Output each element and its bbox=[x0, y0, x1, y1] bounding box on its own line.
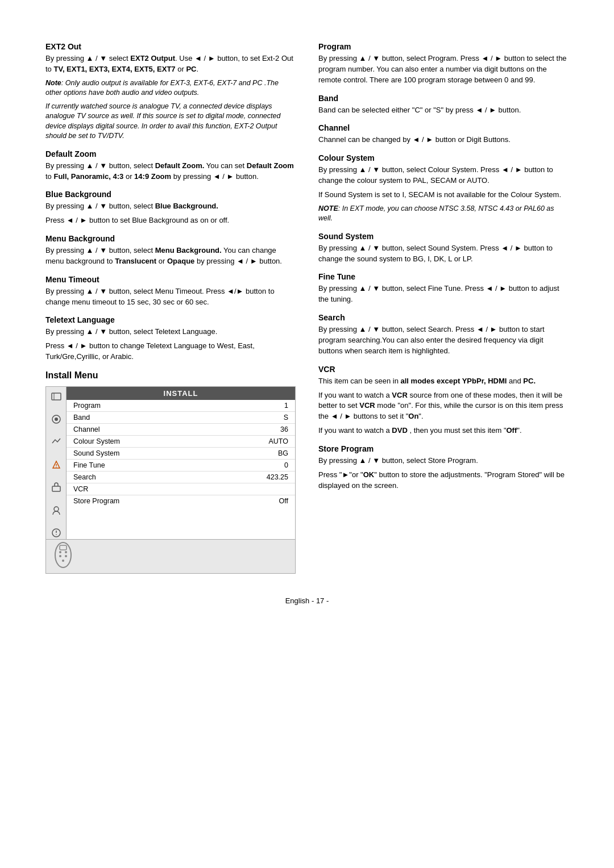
default-zoom-para: By pressing ▲ / ▼ button, select Default… bbox=[45, 161, 296, 182]
blue-background-para2: Press ◄ / ► button to set Blue Backgroun… bbox=[45, 215, 296, 226]
svg-point-15 bbox=[65, 551, 67, 553]
vcr-para1: This item can be seen in all modes excep… bbox=[318, 376, 569, 387]
install-icons-sidebar bbox=[45, 386, 66, 540]
menu-timeout-title: Menu Timeout bbox=[45, 275, 296, 284]
svg-point-18 bbox=[62, 560, 64, 562]
install-row-colour-system-label: Colour System bbox=[73, 437, 120, 445]
blue-background-section: Blue Background By pressing ▲ / ▼ button… bbox=[45, 190, 296, 226]
ext2-out-section: EXT2 Out By pressing ▲ / ▼ select EXT2 O… bbox=[45, 42, 296, 141]
sound-system-section: Sound System By pressing ▲ / ▼ button, s… bbox=[318, 232, 569, 265]
install-row-colour-system-value: AUTO bbox=[269, 437, 289, 445]
icon-7 bbox=[50, 527, 63, 539]
icon-5 bbox=[50, 481, 63, 494]
icon-6 bbox=[50, 504, 63, 516]
colour-system-note: NOTE: In EXT mode, you can choose NTSC 3… bbox=[318, 204, 569, 224]
menu-timeout-para: By pressing ▲ / ▼ button, select Menu Ti… bbox=[45, 286, 296, 308]
channel-section: Channel Channel can be changed by ◄ / ► … bbox=[318, 123, 569, 145]
install-row-band-value: S bbox=[284, 414, 288, 422]
main-columns: EXT2 Out By pressing ▲ / ▼ select EXT2 O… bbox=[45, 34, 569, 574]
blue-background-para1: By pressing ▲ / ▼ button, select Blue Ba… bbox=[45, 201, 296, 212]
menu-timeout-section: Menu Timeout By pressing ▲ / ▼ button, s… bbox=[45, 275, 296, 308]
install-row-band: Band S bbox=[67, 412, 295, 424]
icon-3 bbox=[50, 436, 63, 448]
ext2-out-title: EXT2 Out bbox=[45, 42, 296, 51]
install-row-sound-system-value: BG bbox=[278, 449, 288, 457]
menu-background-section: Menu Background By pressing ▲ / ▼ button… bbox=[45, 234, 296, 267]
fine-tune-section: Fine Tune By pressing ▲ / ▼ button, sele… bbox=[318, 272, 569, 305]
menu-background-para: By pressing ▲ / ▼ button, select Menu Ba… bbox=[45, 245, 296, 267]
ext2-out-note2: If currently watched source is analogue … bbox=[45, 102, 296, 141]
svg-rect-7 bbox=[52, 486, 60, 491]
install-row-channel-label: Channel bbox=[73, 425, 100, 433]
teletext-language-section: Teletext Language By pressing ▲ / ▼ butt… bbox=[45, 315, 296, 362]
page-footer: English - 17 - bbox=[45, 596, 569, 605]
install-row-vcr-label: VCR bbox=[73, 485, 88, 493]
channel-para: Channel can be changed by ◄ / ► button o… bbox=[318, 135, 569, 145]
band-section: Band Band can be selected either "C" or … bbox=[318, 94, 569, 116]
teletext-language-para2: Press ◄ / ► button to change Teletext La… bbox=[45, 341, 296, 362]
install-menu-title: Install Menu bbox=[45, 370, 296, 381]
icon-2 bbox=[50, 413, 63, 425]
colour-system-para1: By pressing ▲ / ▼ button, select Colour … bbox=[318, 165, 569, 186]
install-row-vcr: VCR bbox=[67, 483, 295, 495]
default-zoom-title: Default Zoom bbox=[45, 149, 296, 158]
store-program-title: Store Program bbox=[318, 444, 569, 453]
sound-system-title: Sound System bbox=[318, 232, 569, 241]
ext2-out-para1: By pressing ▲ / ▼ select EXT2 Output. Us… bbox=[45, 53, 296, 75]
install-row-fine-tune-label: Fine Tune bbox=[73, 461, 105, 469]
colour-system-title: Colour System bbox=[318, 153, 569, 162]
install-row-search-value: 423.25 bbox=[267, 473, 288, 481]
vcr-para2: If you want to watch a VCR source from o… bbox=[318, 390, 569, 423]
install-row-colour-system: Colour System AUTO bbox=[67, 436, 295, 448]
search-section: Search By pressing ▲ / ▼ button, select … bbox=[318, 313, 569, 357]
install-row-fine-tune-value: 0 bbox=[284, 461, 288, 469]
colour-system-section: Colour System By pressing ▲ / ▼ button, … bbox=[318, 153, 569, 224]
footer-text: English - 17 - bbox=[285, 596, 329, 605]
vcr-title: VCR bbox=[318, 365, 569, 374]
menu-background-title: Menu Background bbox=[45, 234, 296, 243]
install-row-search: Search 423.25 bbox=[67, 471, 295, 483]
colour-system-para2: If Sound System is set to I, SECAM is no… bbox=[318, 190, 569, 201]
teletext-language-title: Teletext Language bbox=[45, 315, 296, 324]
page-container: EXT2 Out By pressing ▲ / ▼ select EXT2 O… bbox=[45, 34, 569, 605]
install-row-search-label: Search bbox=[73, 473, 96, 481]
left-column: EXT2 Out By pressing ▲ / ▼ select EXT2 O… bbox=[45, 34, 296, 574]
store-program-section: Store Program By pressing ▲ / ▼ button, … bbox=[318, 444, 569, 491]
band-title: Band bbox=[318, 94, 569, 103]
blue-background-title: Blue Background bbox=[45, 190, 296, 199]
install-menu-section: Install Menu bbox=[45, 370, 296, 574]
store-program-para2: Press "►"or "OK" button to store the adj… bbox=[318, 470, 569, 491]
program-title: Program bbox=[318, 42, 569, 51]
vcr-para3: If you want to watch a DVD , then you mu… bbox=[318, 425, 569, 436]
band-para: Band can be selected either "C" or "S" b… bbox=[318, 105, 569, 116]
install-row-program-value: 1 bbox=[284, 402, 288, 410]
install-row-store-program: Store Program Off bbox=[67, 495, 295, 507]
store-program-para1: By pressing ▲ / ▼ button, select Store P… bbox=[318, 456, 569, 466]
svg-point-16 bbox=[59, 555, 61, 557]
svg-point-8 bbox=[54, 507, 59, 511]
install-row-fine-tune: Fine Tune 0 bbox=[67, 460, 295, 471]
svg-rect-13 bbox=[60, 545, 67, 550]
program-para: By pressing ▲ / ▼ button, select Program… bbox=[318, 53, 569, 86]
install-row-sound-system-label: Sound System bbox=[73, 449, 119, 457]
install-table: INSTALL Program 1 Band S Channel 36 bbox=[66, 386, 296, 540]
svg-rect-0 bbox=[52, 393, 61, 400]
icon-1 bbox=[50, 390, 63, 403]
svg-point-3 bbox=[55, 418, 58, 421]
install-row-band-label: Band bbox=[73, 414, 90, 422]
fine-tune-title: Fine Tune bbox=[318, 272, 569, 281]
default-zoom-section: Default Zoom By pressing ▲ / ▼ button, s… bbox=[45, 149, 296, 182]
channel-title: Channel bbox=[318, 123, 569, 132]
search-title: Search bbox=[318, 313, 569, 322]
bottom-remote-icon bbox=[52, 541, 74, 572]
install-bottom-bar bbox=[45, 540, 296, 574]
install-row-sound-system: Sound System BG bbox=[67, 448, 295, 460]
install-row-program: Program 1 bbox=[67, 400, 295, 412]
program-section: Program By pressing ▲ / ▼ button, select… bbox=[318, 42, 569, 86]
svg-point-12 bbox=[55, 542, 71, 567]
install-row-store-program-value: Off bbox=[279, 497, 288, 505]
icon-4 bbox=[50, 458, 63, 471]
install-row-store-program-label: Store Program bbox=[73, 497, 119, 505]
teletext-language-para1: By pressing ▲ / ▼ button, select Teletex… bbox=[45, 327, 296, 337]
svg-point-17 bbox=[65, 555, 67, 557]
